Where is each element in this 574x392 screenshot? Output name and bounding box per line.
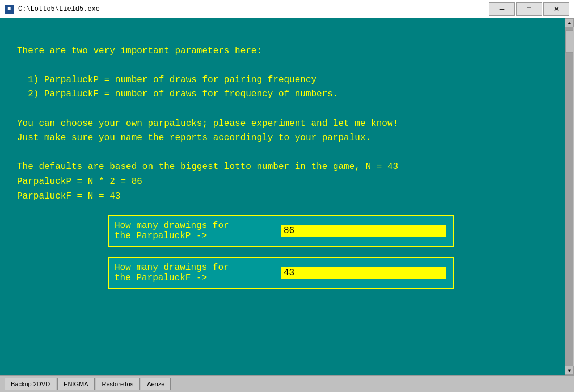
console-area: There are two very important parameters … [0,18,574,375]
console-line-6: You can choose your own parpalucks; plea… [17,119,398,129]
taskbar-item-backup[interactable]: Backup 2DVD [5,378,56,390]
parpaluckf-input-box: How many drawings for the ParpaluckF -> [108,257,454,289]
parpaluckp-input-box: How many drawings for the ParpaluckP -> [108,215,454,247]
scroll-up-arrow[interactable]: ▲ [565,18,574,27]
title-bar-left: ■ C:\Lotto5\Lield5.exe [5,5,100,14]
console-line-3: 1) ParpaluckP = number of draws for pair… [17,75,316,85]
title-bar: ■ C:\Lotto5\Lield5.exe ─ □ ✕ [0,0,574,18]
console-line-7: Just make sure you name the reports acco… [17,133,371,143]
parpaluckf-label-line1: How many drawings for [115,263,279,273]
scrollbar[interactable]: ▲ ▼ [565,18,574,375]
console-line-4: 2) ParpaluckF = number of draws for freq… [17,89,339,99]
minimize-button[interactable]: ─ [489,2,515,16]
window-controls: ─ □ ✕ [489,2,569,16]
taskbar-item-restoretoss[interactable]: RestoreTos [96,378,140,390]
window-title: C:\Lotto5\Lield5.exe [18,5,100,13]
parpaluckp-input-row: How many drawings for the ParpaluckP -> [115,221,447,241]
app-icon: ■ [5,5,14,14]
parpaluckp-label-line2: the ParpaluckP -> [115,231,279,241]
close-button[interactable]: ✕ [543,2,569,16]
maximize-button[interactable]: □ [516,2,542,16]
scrollbar-thumb[interactable] [565,30,573,53]
console-line-11: ParpaluckF = N = 43 [17,191,120,201]
parpaluckp-label-line1: How many drawings for [115,221,279,231]
parpaluckf-label-line2: the ParpaluckF -> [115,273,279,283]
console-line-10: ParpaluckP = N * 2 = 86 [17,176,142,187]
console-output: There are two very important parameters … [17,29,557,204]
parpaluckp-input[interactable] [281,225,446,237]
taskbar-item-aerize[interactable]: Aerize [141,378,171,390]
parpaluckf-input[interactable] [281,267,446,279]
console-line-9: The defaults are based on the biggest lo… [17,162,398,172]
scroll-down-arrow[interactable]: ▼ [565,366,574,375]
console-line-1: There are two very important parameters … [17,46,262,56]
parpaluckf-input-row: How many drawings for the ParpaluckF -> [115,263,447,283]
taskbar-item-enigma[interactable]: ENIGMA [57,378,94,390]
scrollbar-track[interactable] [565,27,573,366]
taskbar: Backup 2DVD ENIGMA RestoreTos Aerize [0,375,574,392]
